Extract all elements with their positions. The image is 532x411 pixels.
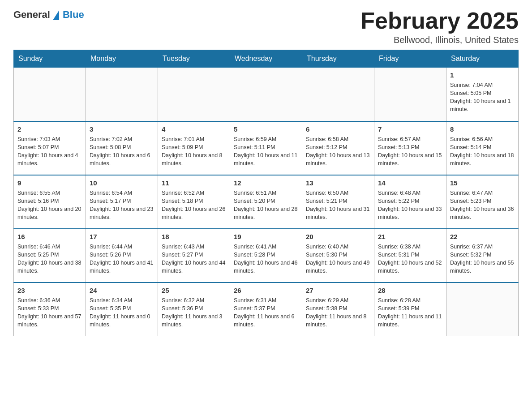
calendar-day-cell: 24Sunrise: 6:34 AMSunset: 5:35 PMDayligh… — [86, 283, 158, 336]
calendar-week-row: 16Sunrise: 6:46 AMSunset: 5:25 PMDayligh… — [14, 229, 519, 283]
day-sun-info: Sunrise: 6:29 AMSunset: 5:38 PMDaylight:… — [306, 296, 370, 329]
day-number: 24 — [90, 286, 154, 295]
day-sun-info: Sunrise: 6:28 AMSunset: 5:39 PMDaylight:… — [378, 296, 442, 329]
day-sun-info: Sunrise: 6:47 AMSunset: 5:23 PMDaylight:… — [450, 189, 515, 222]
day-of-week-header: Tuesday — [158, 50, 230, 68]
calendar-week-row: 9Sunrise: 6:55 AMSunset: 5:16 PMDaylight… — [14, 175, 519, 229]
calendar-day-cell — [302, 68, 374, 121]
day-number: 21 — [378, 232, 442, 241]
title-block: February 2025 Bellwood, Illinois, United… — [360, 9, 519, 45]
day-number: 10 — [90, 178, 154, 188]
calendar-day-cell — [158, 68, 230, 121]
day-sun-info: Sunrise: 7:01 AMSunset: 5:09 PMDaylight:… — [162, 135, 226, 168]
calendar-day-cell: 23Sunrise: 6:36 AMSunset: 5:33 PMDayligh… — [14, 283, 86, 336]
day-sun-info: Sunrise: 7:03 AMSunset: 5:07 PMDaylight:… — [17, 135, 82, 168]
day-sun-info: Sunrise: 7:04 AMSunset: 5:05 PMDaylight:… — [450, 81, 515, 114]
calendar-day-cell: 7Sunrise: 6:57 AMSunset: 5:13 PMDaylight… — [374, 121, 446, 175]
day-sun-info: Sunrise: 6:54 AMSunset: 5:17 PMDaylight:… — [90, 189, 154, 222]
calendar-day-cell: 3Sunrise: 7:02 AMSunset: 5:08 PMDaylight… — [86, 121, 158, 175]
day-number: 15 — [450, 178, 515, 188]
calendar-day-cell: 16Sunrise: 6:46 AMSunset: 5:25 PMDayligh… — [14, 229, 86, 283]
calendar-day-cell: 2Sunrise: 7:03 AMSunset: 5:07 PMDaylight… — [14, 121, 86, 175]
calendar-day-cell — [86, 68, 158, 121]
calendar-day-cell: 12Sunrise: 6:51 AMSunset: 5:20 PMDayligh… — [230, 175, 302, 229]
calendar-day-cell: 25Sunrise: 6:32 AMSunset: 5:36 PMDayligh… — [158, 283, 230, 336]
logo: General Blue — [13, 9, 84, 21]
month-title: February 2025 — [360, 9, 519, 32]
day-number: 1 — [450, 70, 515, 80]
day-number: 18 — [162, 232, 226, 241]
day-of-week-header: Saturday — [446, 50, 519, 68]
day-number: 23 — [17, 286, 82, 295]
day-of-week-header: Thursday — [302, 50, 374, 68]
day-number: 25 — [162, 286, 226, 295]
page-header: General Blue February 2025 Bellwood, Ill… — [13, 9, 519, 45]
day-number: 14 — [378, 178, 442, 188]
day-sun-info: Sunrise: 6:36 AMSunset: 5:33 PMDaylight:… — [17, 296, 82, 329]
day-sun-info: Sunrise: 6:40 AMSunset: 5:30 PMDaylight:… — [306, 243, 370, 275]
calendar-day-cell: 1Sunrise: 7:04 AMSunset: 5:05 PMDaylight… — [446, 68, 519, 121]
calendar-day-cell — [230, 68, 302, 121]
calendar-day-cell: 19Sunrise: 6:41 AMSunset: 5:28 PMDayligh… — [230, 229, 302, 283]
day-sun-info: Sunrise: 7:02 AMSunset: 5:08 PMDaylight:… — [90, 135, 154, 168]
day-sun-info: Sunrise: 6:48 AMSunset: 5:22 PMDaylight:… — [378, 189, 442, 222]
logo-blue-text: Blue — [63, 9, 84, 21]
day-number: 26 — [234, 286, 298, 295]
day-number: 28 — [378, 286, 442, 295]
day-number: 7 — [378, 124, 442, 134]
day-number: 5 — [234, 124, 298, 134]
day-number: 2 — [17, 124, 82, 134]
day-number: 19 — [234, 232, 298, 241]
day-number: 8 — [450, 124, 515, 134]
day-number: 11 — [162, 178, 226, 188]
calendar-day-cell: 10Sunrise: 6:54 AMSunset: 5:17 PMDayligh… — [86, 175, 158, 229]
day-number: 16 — [17, 232, 82, 241]
day-sun-info: Sunrise: 6:41 AMSunset: 5:28 PMDaylight:… — [234, 243, 298, 275]
day-of-week-header: Wednesday — [230, 50, 302, 68]
day-sun-info: Sunrise: 6:59 AMSunset: 5:11 PMDaylight:… — [234, 135, 298, 168]
calendar-day-cell: 21Sunrise: 6:38 AMSunset: 5:31 PMDayligh… — [374, 229, 446, 283]
calendar-table: SundayMondayTuesdayWednesdayThursdayFrid… — [13, 50, 519, 336]
calendar-day-cell: 14Sunrise: 6:48 AMSunset: 5:22 PMDayligh… — [374, 175, 446, 229]
day-sun-info: Sunrise: 6:46 AMSunset: 5:25 PMDaylight:… — [17, 243, 82, 275]
day-sun-info: Sunrise: 6:56 AMSunset: 5:14 PMDaylight:… — [450, 135, 515, 168]
day-sun-info: Sunrise: 6:32 AMSunset: 5:36 PMDaylight:… — [162, 296, 226, 329]
calendar-day-cell — [374, 68, 446, 121]
day-sun-info: Sunrise: 6:51 AMSunset: 5:20 PMDaylight:… — [234, 189, 298, 222]
calendar-day-cell: 15Sunrise: 6:47 AMSunset: 5:23 PMDayligh… — [446, 175, 519, 229]
day-of-week-header: Monday — [86, 50, 158, 68]
day-sun-info: Sunrise: 6:57 AMSunset: 5:13 PMDaylight:… — [378, 135, 442, 168]
calendar-day-cell: 4Sunrise: 7:01 AMSunset: 5:09 PMDaylight… — [158, 121, 230, 175]
day-sun-info: Sunrise: 6:34 AMSunset: 5:35 PMDaylight:… — [90, 296, 154, 329]
calendar-day-cell — [446, 283, 519, 336]
day-sun-info: Sunrise: 6:50 AMSunset: 5:21 PMDaylight:… — [306, 189, 370, 222]
day-sun-info: Sunrise: 6:37 AMSunset: 5:32 PMDaylight:… — [450, 243, 515, 275]
logo-general-text: General — [13, 9, 50, 21]
day-sun-info: Sunrise: 6:31 AMSunset: 5:37 PMDaylight:… — [234, 296, 298, 329]
day-number: 6 — [306, 124, 370, 134]
calendar-header-row: SundayMondayTuesdayWednesdayThursdayFrid… — [14, 50, 519, 68]
calendar-day-cell: 9Sunrise: 6:55 AMSunset: 5:16 PMDaylight… — [14, 175, 86, 229]
day-number: 4 — [162, 124, 226, 134]
calendar-week-row: 23Sunrise: 6:36 AMSunset: 5:33 PMDayligh… — [14, 283, 519, 336]
day-sun-info: Sunrise: 6:44 AMSunset: 5:26 PMDaylight:… — [90, 243, 154, 275]
calendar-day-cell: 18Sunrise: 6:43 AMSunset: 5:27 PMDayligh… — [158, 229, 230, 283]
calendar-week-row: 2Sunrise: 7:03 AMSunset: 5:07 PMDaylight… — [14, 121, 519, 175]
calendar-day-cell: 17Sunrise: 6:44 AMSunset: 5:26 PMDayligh… — [86, 229, 158, 283]
calendar-day-cell: 28Sunrise: 6:28 AMSunset: 5:39 PMDayligh… — [374, 283, 446, 336]
calendar-day-cell: 8Sunrise: 6:56 AMSunset: 5:14 PMDaylight… — [446, 121, 519, 175]
logo-triangle-icon — [53, 10, 59, 20]
location-subtitle: Bellwood, Illinois, United States — [360, 35, 519, 45]
calendar-day-cell: 26Sunrise: 6:31 AMSunset: 5:37 PMDayligh… — [230, 283, 302, 336]
day-number: 9 — [17, 178, 82, 188]
calendar-day-cell: 11Sunrise: 6:52 AMSunset: 5:18 PMDayligh… — [158, 175, 230, 229]
calendar-day-cell: 27Sunrise: 6:29 AMSunset: 5:38 PMDayligh… — [302, 283, 374, 336]
day-number: 3 — [90, 124, 154, 134]
calendar-day-cell: 5Sunrise: 6:59 AMSunset: 5:11 PMDaylight… — [230, 121, 302, 175]
calendar-day-cell: 20Sunrise: 6:40 AMSunset: 5:30 PMDayligh… — [302, 229, 374, 283]
day-of-week-header: Friday — [374, 50, 446, 68]
calendar-day-cell: 6Sunrise: 6:58 AMSunset: 5:12 PMDaylight… — [302, 121, 374, 175]
day-number: 12 — [234, 178, 298, 188]
day-sun-info: Sunrise: 6:55 AMSunset: 5:16 PMDaylight:… — [17, 189, 82, 222]
day-number: 22 — [450, 232, 515, 241]
